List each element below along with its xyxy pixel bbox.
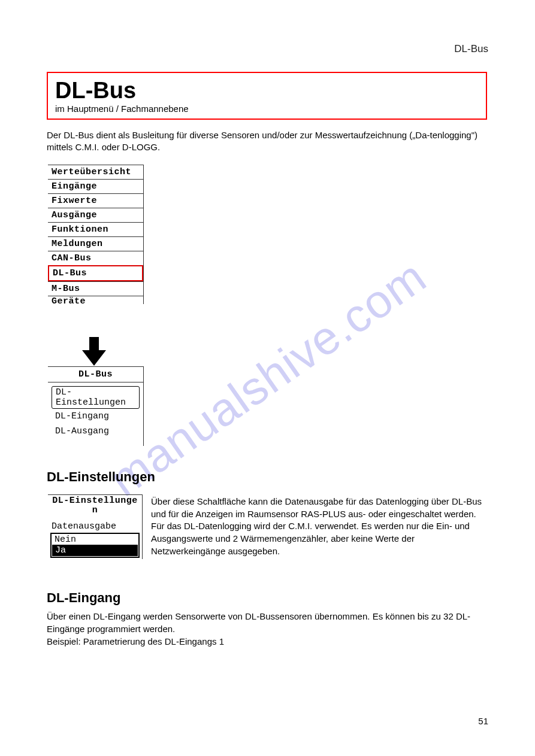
dl-input-section: DL-Eingang Über einen DL-Eingang werden …: [47, 589, 487, 648]
dl-settings-screenshot: DL-Einstellunge n Datenausgabe Nein Ja: [48, 494, 143, 559]
menu-item[interactable]: Ausgänge: [48, 208, 143, 222]
menu-item[interactable]: Eingänge: [48, 179, 143, 193]
menu-item[interactable]: Funktionen: [48, 222, 143, 236]
title-subtitle: im Hauptmenü / Fachmannebene: [48, 104, 486, 114]
dl-input-text: Über einen DL-Eingang werden Sensorwerte…: [47, 610, 487, 648]
menu-item[interactable]: CAN-Bus: [48, 251, 143, 265]
menu-item[interactable]: Geräte: [48, 296, 143, 304]
watermark: manualshive.com: [99, 249, 436, 507]
option-ja[interactable]: Ja: [52, 545, 138, 556]
dl-input-heading: DL-Eingang: [47, 589, 487, 608]
menu-item[interactable]: Werteübersicht: [48, 165, 143, 179]
title-main: DL-Bus: [48, 73, 486, 104]
submenu-item-selected-einstellungen[interactable]: DL-Einstellungen: [52, 386, 140, 409]
section-header-label: DL-Bus: [454, 43, 488, 55]
dl-bus-submenu: DL-Bus DL-Einstellungen DL-Eingang DL-Au…: [48, 366, 144, 446]
option-nein[interactable]: Nein: [52, 535, 138, 545]
arrow-down-icon: [82, 337, 106, 366]
menu-item[interactable]: Fixwerte: [48, 193, 143, 208]
menu-item-selected-dl-bus[interactable]: DL-Bus: [48, 265, 143, 281]
setting-label-datenausgabe: Datenausgabe: [48, 521, 142, 532]
settings-description: Über diese Schaltfläche kann die Datenau…: [151, 496, 486, 557]
page-number: 51: [478, 716, 488, 726]
option-select-box: Nein Ja: [50, 533, 140, 558]
dl-settings-heading: DL-Einstellungen: [47, 469, 155, 485]
menu-item[interactable]: Meldungen: [48, 236, 143, 251]
intro-paragraph: Der DL-Bus dient als Busleitung für dive…: [47, 129, 487, 154]
settings-title: DL-Einstellunge n: [48, 494, 142, 515]
submenu-item[interactable]: DL-Eingang: [52, 409, 140, 424]
submenu-title: DL-Bus: [48, 366, 143, 382]
title-box: DL-Bus im Hauptmenü / Fachmannebene: [47, 72, 487, 120]
menu-item[interactable]: M-Bus: [48, 281, 143, 296]
submenu-item[interactable]: DL-Ausgang: [52, 424, 140, 439]
main-menu-screenshot: Werteübersicht Eingänge Fixwerte Ausgäng…: [48, 165, 144, 304]
